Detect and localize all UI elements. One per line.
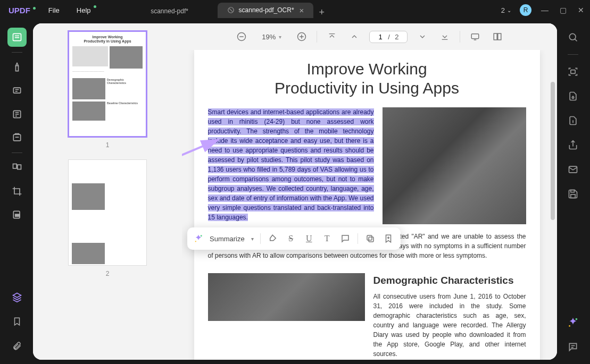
email-icon[interactable] bbox=[564, 161, 581, 178]
page-layout-button[interactable] bbox=[490, 29, 505, 44]
new-tab-button[interactable]: + bbox=[313, 7, 330, 18]
svg-point-41 bbox=[576, 318, 578, 320]
right-sidebar bbox=[560, 23, 586, 360]
minimize-button[interactable]: — bbox=[540, 6, 550, 14]
search-icon[interactable] bbox=[564, 29, 581, 46]
thumbnail-label-2: 2 bbox=[106, 270, 110, 277]
tab-close-button[interactable]: × bbox=[300, 6, 304, 15]
presentation-mode-button[interactable] bbox=[468, 29, 483, 44]
organize-pages-icon[interactable] bbox=[7, 158, 27, 177]
open-docs-count: 2 bbox=[501, 6, 505, 14]
window-controls-area: 2 ⌄ R — ▢ ✕ bbox=[501, 4, 586, 16]
layers-icon[interactable] bbox=[7, 287, 27, 307]
highlight-color-button[interactable] bbox=[267, 233, 279, 244]
close-button[interactable]: ✕ bbox=[576, 6, 586, 14]
bookmark-selection-button[interactable] bbox=[383, 233, 394, 244]
thumbnail-page-1[interactable]: Improve WorkingProductivity in Using App… bbox=[68, 31, 147, 137]
svg-rect-33 bbox=[367, 235, 372, 240]
underline-button[interactable]: U bbox=[303, 233, 315, 244]
chat-icon[interactable] bbox=[564, 338, 581, 355]
prev-page-button[interactable] bbox=[347, 29, 362, 44]
svg-point-31 bbox=[195, 241, 196, 242]
maximize-button[interactable]: ▢ bbox=[558, 6, 568, 14]
bookmark-icon[interactable] bbox=[7, 312, 27, 331]
zoom-level-dropdown[interactable]: 19% ▾ bbox=[256, 31, 287, 43]
ai-assistant-icon[interactable] bbox=[564, 314, 581, 331]
svg-point-37 bbox=[572, 97, 574, 98]
crop-tool-icon[interactable] bbox=[7, 182, 27, 201]
attachment-icon[interactable] bbox=[7, 336, 27, 355]
current-page-input[interactable] bbox=[375, 33, 386, 41]
user-avatar[interactable]: R bbox=[520, 4, 531, 16]
strikethrough-button[interactable]: S bbox=[285, 233, 297, 244]
main-container: Improve WorkingProductivity in Using App… bbox=[0, 20, 590, 364]
text-style-button[interactable]: T bbox=[321, 233, 333, 244]
ocr-action-icon[interactable] bbox=[564, 63, 581, 80]
svg-rect-39 bbox=[571, 190, 575, 192]
chevron-down-icon: ▾ bbox=[279, 34, 281, 40]
content-panel: Improve WorkingProductivity in Using App… bbox=[33, 23, 557, 360]
chevron-down-icon[interactable]: ▾ bbox=[251, 236, 254, 242]
protect-icon[interactable] bbox=[564, 88, 581, 105]
tab-label: scanned-pdf_OCR* bbox=[239, 6, 294, 14]
document-viewer: 19% ▾ / 2 bbox=[182, 23, 557, 360]
page-nav-input[interactable]: / 2 bbox=[369, 31, 408, 43]
svg-rect-5 bbox=[13, 88, 20, 93]
document-page-1: Improve WorkingProductivity in Using App… bbox=[194, 50, 540, 360]
summarize-button[interactable]: Summarize bbox=[210, 235, 245, 243]
thumbnails-panel: Improve WorkingProductivity in Using App… bbox=[33, 23, 182, 360]
svg-rect-36 bbox=[571, 70, 575, 74]
tab-scanned-pdf[interactable]: scanned-pdf* bbox=[122, 4, 218, 18]
svg-line-1 bbox=[229, 9, 232, 12]
svg-point-34 bbox=[569, 33, 576, 40]
svg-point-42 bbox=[569, 325, 570, 327]
app-logo[interactable]: UPDF bbox=[4, 6, 35, 15]
thumbnail-page-2[interactable] bbox=[68, 159, 147, 266]
doc-section-2[interactable]: Demographic Characteristics All consecut… bbox=[373, 273, 526, 359]
export-file-icon[interactable] bbox=[564, 112, 581, 129]
svg-rect-17 bbox=[15, 214, 20, 216]
zoom-out-button[interactable] bbox=[234, 29, 249, 44]
menu-file[interactable]: File bbox=[41, 4, 67, 16]
document-scroll-area[interactable]: Improve WorkingProductivity in Using App… bbox=[182, 50, 557, 360]
last-page-button[interactable] bbox=[437, 29, 452, 44]
add-note-button[interactable] bbox=[339, 233, 351, 244]
share-icon[interactable] bbox=[564, 137, 581, 154]
menu-help[interactable]: Help bbox=[69, 4, 98, 16]
doc-paragraph-3: All consecutive users from June 1, 2016 … bbox=[373, 292, 526, 359]
svg-rect-15 bbox=[18, 165, 21, 169]
doc-title: Improve WorkingProductivity in Using App… bbox=[208, 60, 526, 98]
open-docs-indicator[interactable]: 2 ⌄ bbox=[501, 6, 511, 14]
copy-button[interactable] bbox=[364, 233, 376, 244]
first-page-button[interactable] bbox=[325, 29, 339, 44]
ai-sparkle-icon bbox=[194, 234, 203, 243]
doc-heading-demographic: Demographic Characteristics bbox=[373, 273, 526, 289]
chevron-down-icon: ⌄ bbox=[507, 7, 511, 13]
save-icon[interactable] bbox=[564, 185, 581, 202]
left-sidebar bbox=[4, 23, 30, 360]
svg-rect-25 bbox=[471, 34, 479, 39]
next-page-button[interactable] bbox=[415, 29, 430, 44]
tab-scanned-pdf-ocr[interactable]: scanned-pdf_OCR* × bbox=[218, 3, 314, 18]
redact-tool-icon[interactable] bbox=[7, 205, 27, 224]
svg-point-30 bbox=[201, 235, 202, 236]
doc-highlighted-text[interactable]: Smart devices and internet-based applica… bbox=[208, 107, 374, 222]
tabs-area: scanned-pdf* scanned-pdf_OCR* × + bbox=[122, 3, 330, 18]
comment-tool-icon[interactable] bbox=[7, 81, 27, 100]
zoom-value: 19% bbox=[262, 33, 276, 41]
svg-rect-28 bbox=[498, 33, 501, 40]
scrollbar-thumb[interactable] bbox=[551, 82, 555, 220]
svg-rect-32 bbox=[369, 237, 373, 242]
reader-mode-icon[interactable] bbox=[7, 28, 27, 47]
page-sep: / bbox=[388, 33, 390, 41]
viewer-toolbar: 19% ▾ / 2 bbox=[182, 23, 557, 50]
svg-rect-27 bbox=[494, 33, 497, 40]
edit-tool-icon[interactable] bbox=[7, 105, 27, 124]
form-tool-icon[interactable] bbox=[7, 128, 27, 147]
page-total: 2 bbox=[392, 33, 402, 41]
svg-rect-40 bbox=[571, 194, 575, 198]
highlighter-icon[interactable] bbox=[7, 58, 27, 77]
svg-rect-14 bbox=[13, 164, 17, 168]
zoom-in-button[interactable] bbox=[294, 29, 309, 44]
title-bar: UPDF File Help scanned-pdf* scanned-pdf_… bbox=[0, 0, 590, 20]
